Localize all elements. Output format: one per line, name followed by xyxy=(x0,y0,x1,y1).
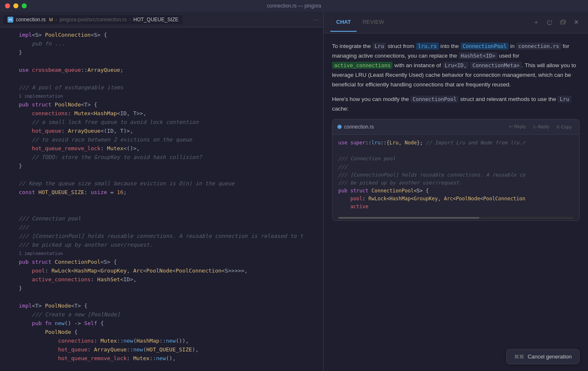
window-title: connection.rs — pingora xyxy=(267,3,321,9)
code-line: pub struct ConnectionPool<S> { xyxy=(0,258,323,267)
code-line: use crossbeam_queue::ArrayQueue; xyxy=(0,66,323,75)
code-line: impl<S> PoolConnection<S> { xyxy=(0,31,323,40)
tab-path: pingora-pool/src/connection.rs xyxy=(60,17,127,23)
cb-line xyxy=(338,147,573,155)
cb-line: /// be picked up by another user/request… xyxy=(338,179,573,187)
code-line: /// be picked up by another user/request… xyxy=(0,241,323,250)
code-line xyxy=(0,197,323,206)
code-line: pub fn new() -> Self { xyxy=(0,319,323,328)
code-line: // to avoid race between 2 evictions on … xyxy=(0,136,323,144)
impl-count: 1 implementation xyxy=(0,92,323,101)
main-container: rs connection.rs M › pingora-pool/src/co… xyxy=(0,12,588,371)
minimize-button[interactable] xyxy=(13,3,18,8)
code-line xyxy=(0,171,323,179)
cb-line: use super::lru::{Lru, Node}; // Import L… xyxy=(338,139,573,147)
code-line: // TODO: store the GroupKey to avoid has… xyxy=(0,153,323,162)
file-type-dot xyxy=(337,125,342,129)
tab-chat[interactable]: CHAT xyxy=(330,13,357,32)
code-block-scrollbar[interactable] xyxy=(338,217,573,219)
tab-sep2: › xyxy=(129,17,131,23)
svg-rect-0 xyxy=(560,21,565,24)
code-line xyxy=(0,75,323,83)
code-line: connections: Mutex::new(HashMap::new()), xyxy=(0,337,323,346)
editor-tab[interactable]: rs connection.rs M › pingora-pool/src/co… xyxy=(3,15,182,24)
code-line: // a small lock free queue to avoid lock… xyxy=(0,118,323,127)
new-chat-button[interactable]: + xyxy=(531,18,541,28)
cancel-label: Cancel generation xyxy=(527,353,572,360)
code-line: pool: RwLock<HashMap<GroupKey, Arc<PoolN… xyxy=(0,267,323,275)
code-line: // Keep the queue size small because evi… xyxy=(0,179,323,188)
code-line xyxy=(0,206,323,215)
popout-button[interactable] xyxy=(558,18,568,28)
tab-more-button[interactable]: ··· xyxy=(312,15,320,25)
cancel-generation-button[interactable]: ⌘⌘ Cancel generation xyxy=(506,349,580,364)
cancel-btn-container: ⌘⌘ Cancel generation xyxy=(324,344,588,371)
reply-button[interactable]: ↩ Reply xyxy=(507,123,528,130)
code-line: pub struct PoolNode<T> { xyxy=(0,101,323,109)
chat-actions: + × xyxy=(531,18,581,28)
filename-label: connection.rs xyxy=(344,123,374,131)
code-line: hot_queue_remove_lock: Mutex::new(), xyxy=(0,354,323,363)
cb-line: /// [ConnectionPool] holds reusable conn… xyxy=(338,171,573,179)
code-line: } xyxy=(0,284,323,293)
tab-modified-indicator: M xyxy=(49,17,53,22)
code-block-header: connection.rs ↩ Reply ▷ Apply ⎘ Copy xyxy=(332,119,579,135)
code-line: connections: Mutex<HashMap<ID, T>>, xyxy=(0,109,323,118)
cb-line: /// Connection pool xyxy=(338,155,573,163)
cb-line: active xyxy=(338,203,573,211)
close-chat-button[interactable]: × xyxy=(571,18,581,28)
cb-line: pub struct ConnectionPool<S> { xyxy=(338,187,573,195)
svg-rect-1 xyxy=(562,20,565,23)
code-line: hot_queue_remove_lock: Mutex<()>, xyxy=(0,144,323,153)
code-line: hot_queue: ArrayQueue::new(HOT_QUEUE_SIZ… xyxy=(0,346,323,354)
code-line xyxy=(0,293,323,302)
code-block-actions: ↩ Reply ▷ Apply ⎘ Copy xyxy=(507,123,574,130)
code-line: impl<T> PoolNode<T> { xyxy=(0,302,323,310)
chat-history-button[interactable] xyxy=(545,18,555,28)
code-line: /// Create a new [PoolNode] xyxy=(0,310,323,319)
code-line: const HOT_QUEUE_SIZE: usize = 16; xyxy=(0,188,323,197)
chat-header: CHAT REVIEW + × xyxy=(324,12,588,33)
tab-breadcrumb: HOT_QUEUE_SIZE xyxy=(133,17,178,23)
code-line xyxy=(0,57,323,66)
titlebar: connection.rs — pingora xyxy=(0,0,588,12)
code-line: /// A pool of exchangeable items xyxy=(0,83,323,92)
code-line: hot_queue: ArrayQueue<(ID, T)>, xyxy=(0,127,323,136)
tab-filename: connection.rs xyxy=(16,17,46,23)
impl-count-2: 1 implementation xyxy=(0,250,323,258)
tab-review[interactable]: REVIEW xyxy=(357,13,390,32)
code-line: active_connections: HashSet<ID>, xyxy=(0,275,323,284)
code-line: pub fn ... xyxy=(0,40,323,48)
cb-line: pool: RwLock<HashMap<GroupKey, Arc<PoolN… xyxy=(338,195,573,203)
code-line: /// xyxy=(0,223,323,232)
code-block: connection.rs ↩ Reply ▷ Apply ⎘ Copy use… xyxy=(332,119,580,221)
code-line: } xyxy=(0,48,323,57)
code-block-body[interactable]: use super::lru::{Lru, Node}; // Import L… xyxy=(332,135,579,215)
cb-line: /// xyxy=(338,163,573,171)
file-icon: rs xyxy=(8,17,13,23)
editor-tab-bar: rs connection.rs M › pingora-pool/src/co… xyxy=(0,12,323,28)
code-line: /// Connection pool xyxy=(0,215,323,223)
apply-button[interactable]: ▷ Apply xyxy=(531,123,552,130)
copy-button[interactable]: ⎘ Copy xyxy=(554,123,574,130)
code-line: /// [ConnectionPool] holds reusable conn… xyxy=(0,232,323,241)
chat-panel: CHAT REVIEW + × xyxy=(324,12,588,371)
code-line: PoolNode { xyxy=(0,328,323,337)
maximize-button[interactable] xyxy=(22,3,27,8)
message-body: To integrate the Lru struct from lru.rs … xyxy=(332,42,580,221)
kbd-icon: ⌘⌘ xyxy=(514,354,524,360)
code-block-filename: connection.rs xyxy=(337,123,374,131)
tab-separator: › xyxy=(56,17,57,23)
chat-messages[interactable]: To integrate the Lru struct from lru.rs … xyxy=(324,33,588,344)
code-line: } xyxy=(0,162,323,171)
editor-panel: rs connection.rs M › pingora-pool/src/co… xyxy=(0,12,324,371)
code-editor[interactable]: impl<S> PoolConnection<S> { pub fn ... }… xyxy=(0,28,323,371)
close-button[interactable] xyxy=(5,3,10,8)
traffic-lights xyxy=(5,3,27,8)
